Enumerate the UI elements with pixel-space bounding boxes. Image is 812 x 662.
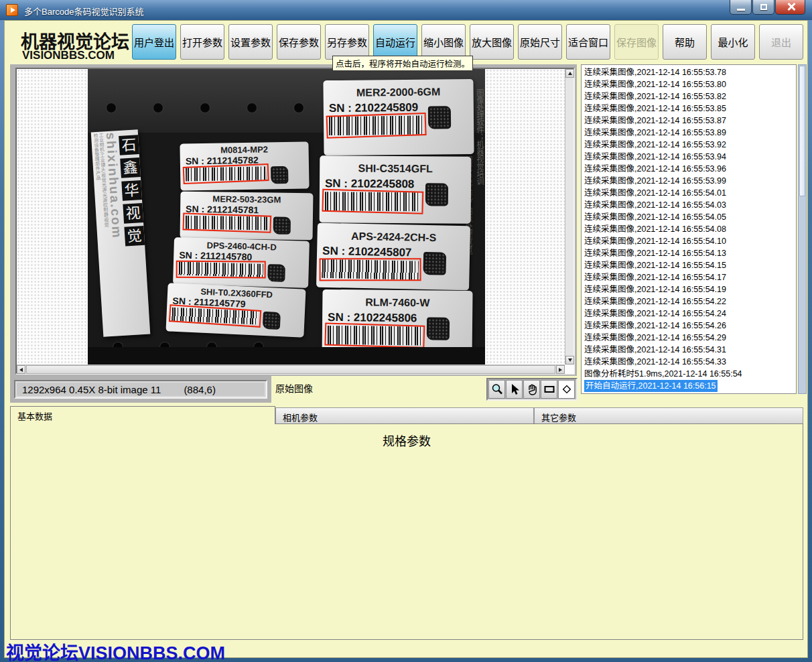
- zoom-in-button[interactable]: 放大图像: [470, 24, 514, 60]
- open-params-button[interactable]: 打开参数: [180, 24, 224, 60]
- tab-camera-params[interactable]: 相机参数: [275, 407, 534, 424]
- set-params-button[interactable]: 设置参数: [228, 24, 273, 60]
- log-line[interactable]: 连续采集图像,2021-12-14 16:55:54.05: [584, 211, 796, 223]
- tab-other-params[interactable]: 其它参数: [534, 407, 803, 424]
- magnifier-icon: [491, 383, 503, 395]
- original-size-button[interactable]: 原始尺寸: [518, 24, 562, 60]
- save-as-params-button[interactable]: 另存参数: [325, 24, 369, 60]
- log-line[interactable]: 连续采集图像,2021-12-14 16:55:54.26: [584, 320, 796, 332]
- qr-code-graphic: [425, 183, 448, 206]
- scrollbar-thumb[interactable]: [26, 365, 555, 374]
- log-scrollbar[interactable]: [798, 64, 807, 394]
- detection-rectangle: [322, 189, 423, 214]
- qr-code-graphic: [263, 312, 281, 330]
- help-button[interactable]: 帮助: [663, 24, 707, 60]
- log-line[interactable]: 连续采集图像,2021-12-14 16:55:53.85: [584, 103, 796, 115]
- save-params-button[interactable]: 保存参数: [277, 24, 321, 60]
- close-icon: [787, 3, 795, 11]
- spec-params-label: 规格参数: [380, 432, 433, 449]
- minimize-button[interactable]: [730, 0, 752, 15]
- diamond-tool-button[interactable]: [558, 380, 575, 399]
- log-line[interactable]: 连续采集图像,2021-12-14 16:55:54.24: [584, 308, 796, 320]
- log-line[interactable]: 连续采集图像,2021-12-14 16:55:54.22: [584, 295, 796, 308]
- scroll-down-icon[interactable]: [565, 356, 574, 365]
- product-label: DPS-2460-4CH-D SN : 2112145780: [173, 237, 310, 288]
- barcode-graphic: [325, 192, 421, 211]
- log-line[interactable]: 连续采集图像,2021-12-14 16:55:54.29: [584, 332, 796, 344]
- maximize-button[interactable]: [752, 0, 774, 15]
- cursor-tool-button[interactable]: [506, 380, 523, 399]
- log-listbox[interactable]: 连续采集图像,2021-12-14 16:55:53.78连续采集图像,2021…: [581, 64, 797, 394]
- close-button[interactable]: [775, 0, 805, 15]
- fit-window-button[interactable]: 适合窗口: [566, 24, 610, 60]
- log-line[interactable]: 连续采集图像,2021-12-14 16:55:54.33: [584, 356, 796, 368]
- log-line[interactable]: 连续采集图像,2021-12-14 16:55:54.17: [584, 271, 796, 283]
- hand-icon: [526, 383, 538, 395]
- log-line[interactable]: 连续采集图像,2021-12-14 16:55:53.96: [584, 163, 796, 175]
- log-line-analysis[interactable]: 图像分析耗时51.9ms,2021-12-14 16:55:54: [584, 368, 796, 380]
- zoom-out-button[interactable]: 缩小图像: [421, 24, 466, 60]
- log-line[interactable]: 连续采集图像,2021-12-14 16:55:54.15: [584, 259, 796, 271]
- product-labels: M0814-MP2 SN : 2112145782 MER2-503-23GM: [88, 69, 485, 365]
- product-label: RLM-7460-W SN : 2102245806: [322, 289, 472, 360]
- scroll-up-icon[interactable]: [565, 69, 574, 78]
- label-model-text: MER2-2000-6GM: [329, 86, 468, 99]
- log-line[interactable]: 连续采集图像,2021-12-14 16:55:53.99: [584, 175, 796, 187]
- log-line-selected[interactable]: 开始自动运行,2021-12-14 16:56:15: [584, 380, 796, 392]
- image-vertical-scrollbar[interactable]: [565, 69, 573, 365]
- image-status-bar: 1292x964 0.45X 8-bit image 11 (884,6): [14, 380, 267, 399]
- title-bar: 多个Barcode条码视觉识别系统: [0, 0, 812, 20]
- log-line[interactable]: 连续采集图像,2021-12-14 16:55:53.89: [584, 127, 796, 139]
- app-window: 多个Barcode条码视觉识别系统 机器视觉论坛 VISIONBBS.COM 用…: [0, 0, 812, 662]
- label-model-text: RLM-7460-W: [328, 296, 467, 310]
- log-line[interactable]: 连续采集图像,2021-12-14 16:55:54.03: [584, 199, 796, 211]
- pan-tool-button[interactable]: [523, 380, 540, 399]
- detection-rectangle: [320, 258, 421, 281]
- minimize-app-button[interactable]: 最小化: [711, 24, 755, 60]
- image-display: 视觉系统集成，图像处理教材。 图像处理软件；机器视觉培训 检测设备整理部件产品 …: [15, 68, 575, 375]
- cursor-icon: [509, 383, 521, 395]
- detection-rectangle: [326, 113, 427, 139]
- barcode-graphic: [172, 308, 259, 325]
- log-line[interactable]: 连续采集图像,2021-12-14 16:55:53.92: [584, 139, 796, 151]
- qr-code-graphic: [423, 252, 447, 275]
- scroll-left-icon[interactable]: [17, 365, 25, 374]
- log-line[interactable]: 连续采集图像,2021-12-14 16:55:53.82: [584, 90, 796, 103]
- product-label: MER2-503-23GM SN : 2112145781: [180, 192, 314, 241]
- detection-rectangle: [176, 261, 267, 279]
- tab-basic-data[interactable]: 基本数据: [10, 406, 275, 424]
- log-line[interactable]: 连续采集图像,2021-12-14 16:55:54.13: [584, 247, 796, 259]
- log-line[interactable]: 连续采集图像,2021-12-14 16:55:53.94: [584, 151, 796, 163]
- label-model-text: APS-2424-2CH-S: [322, 230, 464, 245]
- log-line[interactable]: 连续采集图像,2021-12-14 16:55:53.87: [584, 115, 796, 127]
- scroll-right-icon[interactable]: [556, 365, 565, 374]
- product-label: SHI-T0.2X360FFD SN : 2112145779: [165, 283, 306, 337]
- log-line[interactable]: 连续采集图像,2021-12-14 16:55:53.78: [584, 66, 796, 78]
- log-line[interactable]: 连续采集图像,2021-12-14 16:55:54.19: [584, 283, 796, 295]
- log-line[interactable]: 连续采集图像,2021-12-14 16:55:53.80: [584, 78, 796, 90]
- image-info-text: 1292x964 0.45X 8-bit image 11: [22, 384, 161, 395]
- product-label: M0814-MP2 SN : 2112145782: [180, 141, 309, 190]
- logout-button[interactable]: 用户登出: [132, 24, 176, 60]
- auto-run-button[interactable]: 自动运行: [373, 24, 417, 60]
- rectangle-tool-button[interactable]: [541, 380, 557, 399]
- image-canvas[interactable]: 视觉系统集成，图像处理教材。 图像处理软件；机器视觉培训 检测设备整理部件产品 …: [17, 69, 565, 365]
- log-line[interactable]: 连续采集图像,2021-12-14 16:55:54.01: [584, 187, 796, 199]
- exit-button: 退出: [759, 24, 803, 60]
- log-scrollbar-thumb[interactable]: [799, 66, 805, 196]
- camera-photo: 视觉系统集成，图像处理教材。 图像处理软件；机器视觉培训 检测设备整理部件产品 …: [88, 69, 485, 365]
- qr-code-graphic: [271, 166, 288, 184]
- detection-rectangle: [324, 322, 425, 348]
- minimize-icon: [737, 9, 745, 11]
- product-label: SHI-C3514GFL SN : 2102245808: [320, 155, 472, 224]
- log-line[interactable]: 连续采集图像,2021-12-14 16:55:54.10: [584, 235, 796, 247]
- magnifier-tool-button[interactable]: [488, 380, 505, 399]
- log-line[interactable]: 连续采集图像,2021-12-14 16:55:54.31: [584, 344, 796, 356]
- maximize-icon: [760, 4, 767, 10]
- image-horizontal-scrollbar[interactable]: [17, 365, 565, 373]
- status-zone: 1292x964 0.45X 8-bit image 11 (884,6): [10, 376, 271, 403]
- log-line[interactable]: 连续采集图像,2021-12-14 16:55:54.08: [584, 223, 796, 235]
- original-image-label: 原始图像: [275, 381, 313, 395]
- detection-rectangle: [182, 212, 271, 233]
- barcode-graphic: [322, 259, 419, 280]
